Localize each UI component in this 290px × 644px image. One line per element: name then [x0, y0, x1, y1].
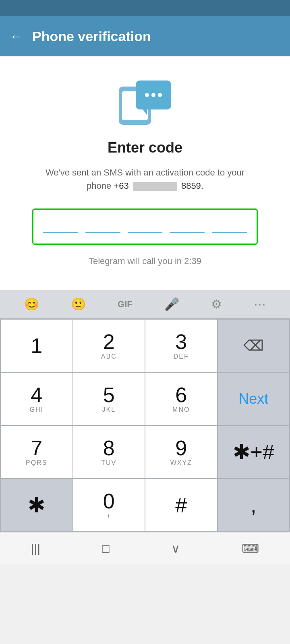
- phone-suffix: 8859.: [181, 181, 203, 191]
- key-13[interactable]: 0+: [73, 479, 145, 531]
- key-12[interactable]: ✱: [1, 479, 72, 531]
- key-main-label: 1: [31, 335, 42, 356]
- key-9[interactable]: 8TUV: [73, 426, 145, 478]
- key-15[interactable]: ,: [218, 479, 290, 531]
- backspace-icon: ⌫: [243, 337, 264, 354]
- code-dash-1: [43, 232, 78, 233]
- call-timer: Telegram will call you in 2:39: [89, 256, 201, 266]
- key-sub-label: JKL: [102, 406, 116, 413]
- code-input-box[interactable]: [32, 208, 258, 245]
- sticker-icon[interactable]: 🙂: [71, 297, 86, 311]
- code-dashes: [43, 232, 247, 236]
- page-title: Phone verification: [32, 29, 151, 44]
- key-1[interactable]: 2ABC: [73, 320, 145, 372]
- back-nav-icon[interactable]: ∨: [171, 541, 180, 555]
- keyboard-nav-icon[interactable]: ⌨: [242, 541, 259, 555]
- code-dash-3: [128, 232, 163, 233]
- key-main-label: 9: [175, 438, 187, 458]
- key-sub-label: +: [107, 512, 111, 520]
- more-icon[interactable]: ⋯: [254, 297, 266, 311]
- code-dash-5: [212, 232, 247, 233]
- sms-description: We've sent an SMS with an activation cod…: [40, 166, 250, 192]
- key-main-label: 8: [103, 438, 115, 458]
- keyboard-area: 😊 🙂 GIF 🎤 ⚙ ⋯ 12ABC3DEF⌫4GHI5JKL6MNONext…: [0, 290, 290, 532]
- blurred-phone-segment: [133, 182, 177, 191]
- code-dash-2: [85, 232, 120, 233]
- key-sub-label: PQRS: [26, 459, 47, 466]
- next-key-label: Next: [238, 390, 268, 407]
- key-main-label: 6: [175, 384, 187, 405]
- key-main-label: #: [175, 495, 187, 516]
- phone-prefix: +63: [114, 181, 128, 191]
- chat-bubble-icon: [136, 80, 171, 109]
- key-8[interactable]: 7PQRS: [1, 426, 72, 478]
- nav-bar: ||| □ ∨ ⌨: [0, 532, 290, 564]
- key-sub-label: ABC: [101, 353, 117, 360]
- key-10[interactable]: 9WXYZ: [145, 426, 217, 478]
- key-main-label: 7: [31, 438, 42, 458]
- status-bar: [0, 0, 290, 16]
- back-button[interactable]: ←: [10, 29, 23, 44]
- enter-code-title: Enter code: [108, 139, 182, 156]
- key-4[interactable]: 4GHI: [1, 373, 72, 425]
- key-main-label: 0: [103, 491, 115, 512]
- key-sub-label: MNO: [172, 406, 190, 413]
- key-11[interactable]: ✱+#: [218, 426, 290, 478]
- key-main-label: ✱+#: [233, 442, 274, 462]
- key-6[interactable]: 6MNO: [145, 373, 217, 425]
- keypad: 12ABC3DEF⌫4GHI5JKL6MNONext7PQRS8TUV9WXYZ…: [0, 319, 290, 532]
- gif-icon[interactable]: GIF: [118, 299, 133, 310]
- key-sub-label: GHI: [30, 406, 44, 413]
- key-sub-label: WXYZ: [170, 459, 192, 466]
- key-sub-label: DEF: [174, 353, 189, 360]
- mic-icon[interactable]: 🎤: [164, 297, 179, 311]
- code-dash-4: [170, 232, 205, 233]
- menu-nav-icon[interactable]: |||: [31, 542, 40, 555]
- keyboard-toolbar: 😊 🙂 GIF 🎤 ⚙ ⋯: [0, 290, 290, 319]
- key-14[interactable]: #: [145, 479, 217, 531]
- header: ← Phone verification: [0, 16, 290, 56]
- key-2[interactable]: 3DEF: [145, 320, 217, 372]
- key-3[interactable]: ⌫: [218, 320, 290, 372]
- sms-icon: [119, 80, 171, 125]
- main-content: Enter code We've sent an SMS with an act…: [0, 56, 290, 290]
- key-main-label: 2: [103, 331, 115, 352]
- bubble-dot-1: [145, 93, 149, 97]
- key-main-label: 4: [31, 384, 42, 405]
- key-0[interactable]: 1: [1, 320, 72, 372]
- key-main-label: ✱: [28, 495, 46, 516]
- settings-icon[interactable]: ⚙: [211, 297, 222, 311]
- emoji-icon[interactable]: 😊: [24, 297, 39, 311]
- bubble-dot-3: [158, 93, 162, 97]
- key-main-label: 5: [103, 384, 115, 405]
- key-main-label: 3: [175, 331, 187, 352]
- key-5[interactable]: 5JKL: [73, 373, 145, 425]
- bubble-dot-2: [151, 93, 155, 97]
- key-sub-label: TUV: [101, 459, 116, 466]
- home-nav-icon[interactable]: □: [102, 542, 109, 555]
- key-7[interactable]: Next: [218, 373, 290, 425]
- key-main-label: ,: [251, 495, 256, 516]
